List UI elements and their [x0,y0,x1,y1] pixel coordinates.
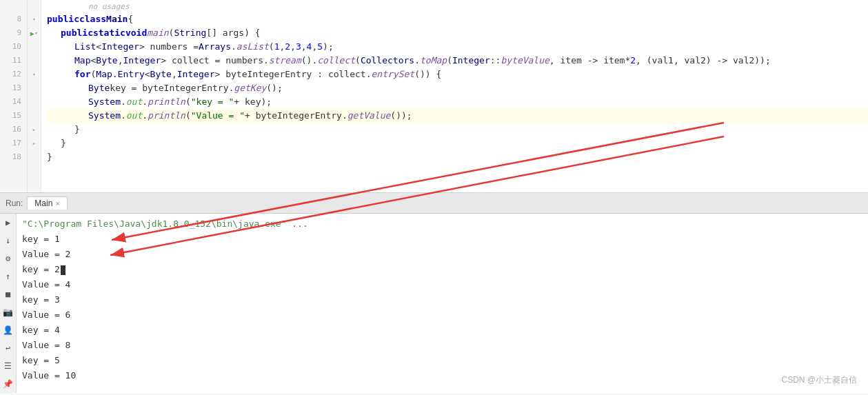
output-key2: key = 2 [22,262,862,277]
code-line-10: List<Integer> numbers = Arrays.asList(1,… [47,40,868,54]
run-snapshot-button[interactable]: 📷 [2,306,14,318]
tab-label: Main [34,199,52,208]
cmd-line: "C:\Program Files\Java\jdk1.8.0_152\bin\… [22,216,862,232]
run-back-button[interactable]: ↩ [2,342,14,354]
run-scroll-up-button[interactable]: ↑ [2,270,14,283]
line-numbers: 8 9 10 11 12 13 14 15 16 17 18 [0,0,28,192]
console-output[interactable]: "C:\Program Files\Java\jdk1.8.0_152\bin\… [17,214,868,393]
code-line-8: public class Main { [47,12,868,26]
code-line-14: System.out.println("key = " + key); [47,95,868,109]
run-play-button[interactable]: ▶ [2,216,14,229]
code-line-15: System.out.println("Value = " + byteInte… [47,109,868,123]
output-key3: key = 3 [22,292,862,307]
run-content: ▶ ↓ ⚙ ↑ ■ 📷 👤 ↩ ☰ 📌 "C:\Program Files\Ja… [0,214,868,393]
code-line-12: for (Map.Entry<Byte, Integer> byteIntege… [47,68,868,81]
output-value2: Value = 4 [22,277,862,292]
run-panel-header: Run: Main × [0,193,868,214]
run-panel: Run: Main × ▶ ↓ ⚙ ↑ ■ 📷 👤 ↩ ☰ 📌 [0,193,868,393]
no-usages-label: no usages [88,1,868,12]
tab-close-icon[interactable]: × [55,199,59,207]
output-value3: Value = 6 [22,307,862,323]
code-line-9: public static void main(String[] args) { [47,26,868,40]
output-value4: Value = 8 [22,338,862,353]
code-line-17: } [47,136,868,150]
run-label: Run: [6,199,23,208]
run-tab-main[interactable]: Main × [27,196,67,210]
code-line-13: Byte key = byteIntegerEntry.getKey(); [47,81,868,95]
gutter: ▾ ▶▾ ▾ ▸ ▸ [28,0,41,192]
run-stop-button[interactable]: ■ [2,288,14,301]
run-settings-button[interactable]: ⚙ [2,252,14,265]
code-editor: 8 9 10 11 12 13 14 15 16 17 18 ▾ ▶▾ ▾ [0,0,868,193]
output-key4: key = 4 [22,323,862,338]
code-content[interactable]: no usages public class Main { public sta… [41,0,868,192]
run-scroll-down-button[interactable]: ↓ [2,234,14,247]
code-line-18: } [47,150,868,164]
watermark: CSDN @小土菱自信 [781,372,857,387]
code-line-16: } [47,123,868,136]
output-key1: key = 1 [22,232,862,247]
run-layout-button[interactable]: ☰ [2,360,14,372]
code-line-11: Map<Byte, Integer> collect = numbers.str… [47,54,868,68]
run-sidebar: ▶ ↓ ⚙ ↑ ■ 📷 👤 ↩ ☰ 📌 [0,214,17,393]
output-value5: Value = 10 [22,368,862,383]
output-value1: Value = 2 [22,247,862,262]
run-user-button[interactable]: 👤 [2,324,14,336]
run-pin-button[interactable]: 📌 [2,378,14,390]
output-key5: key = 5 [22,353,862,368]
